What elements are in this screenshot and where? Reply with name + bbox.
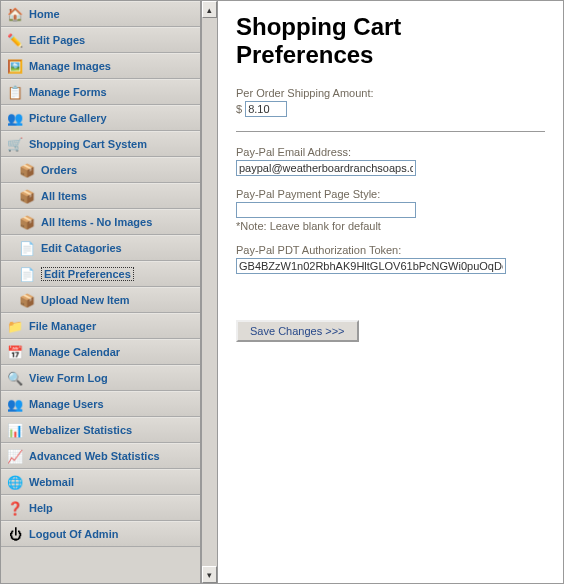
nav-icon: 📦	[19, 214, 35, 230]
nav-item[interactable]: 📋Manage Forms	[1, 79, 200, 105]
nav-item[interactable]: 📦All Items	[1, 183, 200, 209]
paypal-email-input[interactable]	[236, 160, 416, 176]
paypal-email-label: Pay-Pal Email Address:	[236, 146, 545, 158]
nav-icon: 📦	[19, 188, 35, 204]
nav-label: Manage Users	[29, 398, 104, 410]
nav-icon: 📦	[19, 292, 35, 308]
nav-icon: ✏️	[7, 32, 23, 48]
nav-label: View Form Log	[29, 372, 108, 384]
scroll-track[interactable]	[202, 18, 217, 566]
paypal-style-input[interactable]	[236, 202, 416, 218]
nav-label: Webalizer Statistics	[29, 424, 132, 436]
nav-item[interactable]: ✏️Edit Pages	[1, 27, 200, 53]
nav-label: Home	[29, 8, 60, 20]
nav-label: Orders	[41, 164, 77, 176]
paypal-pdt-label: Pay-Pal PDT Authorization Token:	[236, 244, 545, 256]
nav-item[interactable]: 🏠Home	[1, 1, 200, 27]
nav-icon: 📦	[19, 162, 35, 178]
nav-label: File Manager	[29, 320, 96, 332]
nav-icon: 📄	[19, 266, 35, 282]
nav-icon: 🏠	[7, 6, 23, 22]
nav-item[interactable]: 📄Edit Catagories	[1, 235, 200, 261]
nav-item[interactable]: 👥Manage Users	[1, 391, 200, 417]
nav-label: Manage Images	[29, 60, 111, 72]
nav-label: All Items	[41, 190, 87, 202]
nav-icon: 🛒	[7, 136, 23, 152]
nav-label: Webmail	[29, 476, 74, 488]
nav-label: Upload New Item	[41, 294, 130, 306]
style-note: *Note: Leave blank for default	[236, 220, 545, 232]
nav-item[interactable]: 👥Picture Gallery	[1, 105, 200, 131]
nav-item[interactable]: ⏻Logout Of Admin	[1, 521, 200, 547]
paypal-pdt-input[interactable]	[236, 258, 506, 274]
nav-icon: ⏻	[7, 526, 23, 542]
nav-icon: 📋	[7, 84, 23, 100]
divider	[236, 131, 545, 132]
nav-item[interactable]: 📦Orders	[1, 157, 200, 183]
nav-item[interactable]: 📈Advanced Web Statistics	[1, 443, 200, 469]
scroll-up-button[interactable]: ▴	[202, 1, 217, 18]
paypal-style-label: Pay-Pal Payment Page Style:	[236, 188, 545, 200]
shipping-label: Per Order Shipping Amount:	[236, 87, 545, 99]
sidebar: 🏠Home✏️Edit Pages🖼️Manage Images📋Manage …	[1, 1, 201, 583]
nav-icon: 📄	[19, 240, 35, 256]
nav-item[interactable]: 🛒Shopping Cart System	[1, 131, 200, 157]
nav-icon: 🔍	[7, 370, 23, 386]
shipping-input[interactable]	[245, 101, 287, 117]
nav-item[interactable]: 📦Upload New Item	[1, 287, 200, 313]
nav-label: Picture Gallery	[29, 112, 107, 124]
nav-label: Shopping Cart System	[29, 138, 147, 150]
nav-icon: 📅	[7, 344, 23, 360]
save-button[interactable]: Save Changes >>>	[236, 320, 359, 342]
nav-item[interactable]: 📦All Items - No Images	[1, 209, 200, 235]
sidebar-scrollbar[interactable]: ▴ ▾	[201, 1, 218, 583]
nav-icon: 📊	[7, 422, 23, 438]
nav-icon: 📁	[7, 318, 23, 334]
nav-label: Manage Calendar	[29, 346, 120, 358]
nav-label: Manage Forms	[29, 86, 107, 98]
nav-item[interactable]: 📅Manage Calendar	[1, 339, 200, 365]
nav-item[interactable]: 📊Webalizer Statistics	[1, 417, 200, 443]
nav-item[interactable]: 📁File Manager	[1, 313, 200, 339]
nav-label: Edit Catagories	[41, 242, 122, 254]
nav-label: Advanced Web Statistics	[29, 450, 160, 462]
nav-item[interactable]: 🖼️Manage Images	[1, 53, 200, 79]
nav-item[interactable]: ❓Help	[1, 495, 200, 521]
scroll-down-button[interactable]: ▾	[202, 566, 217, 583]
nav-item[interactable]: 🔍View Form Log	[1, 365, 200, 391]
nav-icon: 🌐	[7, 474, 23, 490]
nav-item[interactable]: 🌐Webmail	[1, 469, 200, 495]
nav-label: Help	[29, 502, 53, 514]
nav-icon: 👥	[7, 396, 23, 412]
nav-label: Edit Pages	[29, 34, 85, 46]
nav-icon: ❓	[7, 500, 23, 516]
nav-item[interactable]: 📄Edit Preferences	[1, 261, 200, 287]
nav-icon: 👥	[7, 110, 23, 126]
nav-label: Edit Preferences	[41, 267, 134, 281]
main-content: Shopping Cart Preferences Per Order Ship…	[218, 1, 563, 583]
nav-icon: 📈	[7, 448, 23, 464]
currency-symbol: $	[236, 103, 242, 115]
nav-icon: 🖼️	[7, 58, 23, 74]
page-title: Shopping Cart Preferences	[236, 13, 545, 69]
nav-label: All Items - No Images	[41, 216, 152, 228]
nav-label: Logout Of Admin	[29, 528, 118, 540]
